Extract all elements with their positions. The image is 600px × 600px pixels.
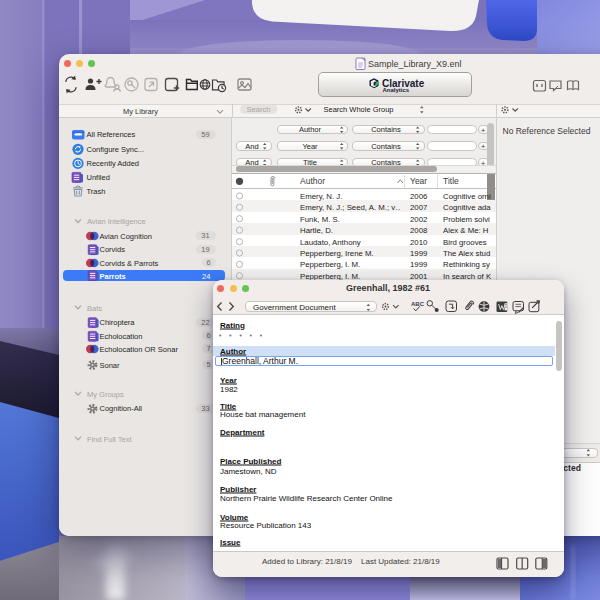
- svg-text:1999: 1999: [410, 260, 427, 269]
- svg-text:+: +: [481, 142, 486, 151]
- svg-text:Contains: Contains: [371, 125, 401, 134]
- svg-text:Cognitive orni: Cognitive orni: [443, 192, 491, 201]
- svg-text:Bird grooves: Bird grooves: [443, 238, 487, 247]
- svg-text:Pepperberg, Irene M.: Pepperberg, Irene M.: [300, 249, 374, 258]
- svg-text:2006: 2006: [410, 192, 427, 201]
- svg-text:2002: 2002: [410, 215, 427, 224]
- svg-text:Year: Year: [302, 141, 318, 150]
- svg-text:Search Whole Group: Search Whole Group: [324, 105, 394, 114]
- svg-text:Contains: Contains: [371, 141, 401, 150]
- svg-text:Search: Search: [247, 105, 271, 114]
- svg-text:Author: Author: [300, 176, 325, 186]
- svg-text:+: +: [481, 125, 486, 134]
- svg-text:Pepperberg, I. M.: Pepperberg, I. M.: [300, 260, 360, 269]
- svg-text:2010: 2010: [410, 238, 428, 247]
- svg-text:Emery, N. J.; Seed, A. M.; v…: Emery, N. J.; Seed, A. M.; v…: [300, 203, 403, 212]
- svg-text:Title: Title: [443, 176, 459, 186]
- svg-text:And: And: [245, 141, 258, 150]
- svg-text:Cognitive ada: Cognitive ada: [443, 203, 491, 212]
- svg-text:Emery, N. J.: Emery, N. J.: [300, 192, 342, 201]
- svg-text:The Alex stud: The Alex stud: [443, 249, 490, 258]
- svg-text:Hartle, D.: Hartle, D.: [300, 226, 333, 235]
- svg-text:Alex & Me: H: Alex & Me: H: [443, 226, 489, 235]
- svg-text:2008: 2008: [410, 226, 427, 235]
- svg-text:ABC: ABC: [411, 301, 425, 307]
- svg-text:1999: 1999: [410, 249, 427, 258]
- svg-text:2007: 2007: [410, 203, 427, 212]
- svg-text:Laudato, Anthony: Laudato, Anthony: [300, 238, 361, 247]
- svg-text:Year: Year: [410, 176, 427, 186]
- svg-text:Funk, M. S.: Funk, M. S.: [300, 215, 340, 224]
- svg-text:Author: Author: [299, 125, 322, 134]
- svg-text:Problem solvi: Problem solvi: [443, 215, 490, 224]
- svg-text:Rethinking sy: Rethinking sy: [443, 260, 490, 269]
